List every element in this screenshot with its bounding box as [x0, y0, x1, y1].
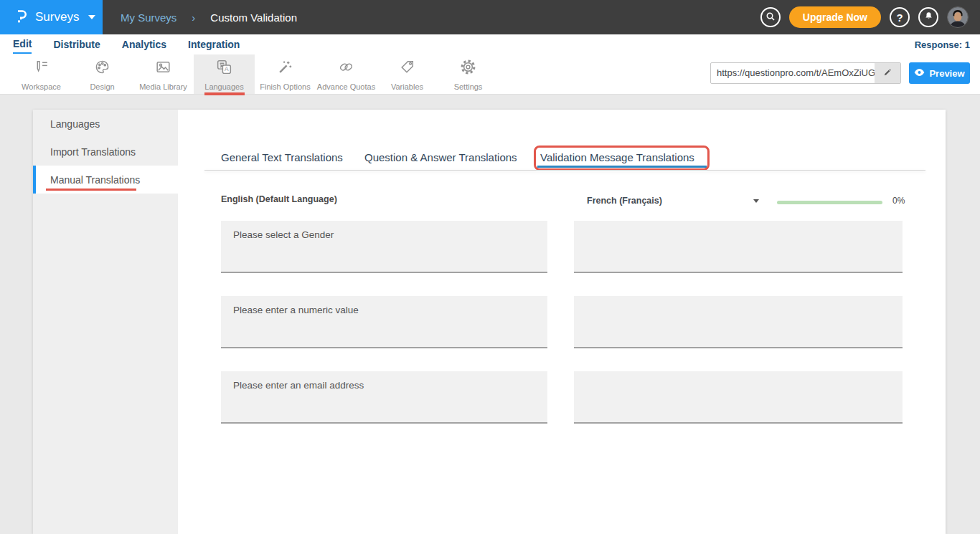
top-bar: Surveys My Surveys › Custom Validation U…: [0, 0, 980, 34]
target-text-input-row-3[interactable]: [574, 371, 903, 424]
variables-icon: [398, 58, 416, 79]
product-name: Surveys: [35, 10, 79, 24]
source-text-row-3: Please enter an email address: [221, 371, 547, 424]
notifications-button[interactable]: [918, 7, 938, 27]
nav-tab-edit[interactable]: Edit: [13, 35, 32, 54]
toolbar-item-variables[interactable]: Variables: [377, 54, 438, 94]
search-icon: [765, 11, 776, 24]
target-text-input-row-2[interactable]: [574, 296, 903, 348]
help-icon: ?: [896, 11, 903, 24]
languages-sidebar: Languages Import Translations Manual Tra…: [33, 110, 178, 534]
toolbar-label: Languages: [204, 82, 243, 91]
toolbar-item-advance-quotas[interactable]: Advance Quotas: [316, 54, 377, 94]
top-bar-actions: Upgrade Now ?: [760, 6, 980, 28]
toolbar-item-media-library[interactable]: Media Library: [133, 54, 194, 94]
breadcrumb-my-surveys[interactable]: My Surveys: [121, 11, 176, 24]
breadcrumb: My Surveys › Custom Validation: [121, 11, 297, 24]
tab-general-text-translations[interactable]: General Text Translations: [221, 151, 343, 163]
product-switcher[interactable]: Surveys: [0, 0, 103, 34]
edit-url-button[interactable]: [875, 63, 900, 83]
target-text-input-row-1[interactable]: [574, 221, 903, 273]
tab-validation-message-translations[interactable]: Validation Message Translations: [540, 151, 694, 163]
toolbar-item-languages[interactable]: A Languages: [194, 54, 255, 94]
edit-toolbar: Workspace Design Media Library A Languag…: [0, 54, 980, 95]
chevron-down-icon: [753, 199, 759, 203]
sidebar-item-manual-translations[interactable]: Manual Translations: [33, 166, 178, 194]
toolbar-item-finish-options[interactable]: Finish Options: [255, 54, 316, 94]
source-language-header: English (Default Language): [221, 194, 337, 204]
nav-tab-integration[interactable]: Integration: [188, 36, 240, 53]
upgrade-now-button[interactable]: Upgrade Now: [789, 6, 881, 28]
preview-button[interactable]: Preview: [909, 62, 970, 84]
help-button[interactable]: ?: [890, 7, 910, 27]
toolbar-label: Variables: [391, 82, 423, 91]
eye-icon: [914, 68, 925, 79]
toolbar-label: Media Library: [139, 82, 187, 91]
bell-icon: [923, 11, 934, 24]
tab-question-answer-translations[interactable]: Question & Answer Translations: [364, 151, 517, 163]
survey-nav: Edit Distribute Analytics Integration Re…: [0, 34, 980, 54]
toolbar-item-design[interactable]: Design: [72, 54, 133, 94]
target-language-value: French (Français): [587, 196, 662, 206]
media-library-icon: [154, 58, 172, 79]
sidebar-item-import-translations[interactable]: Import Translations: [33, 138, 178, 166]
questionpro-logo: [14, 8, 29, 27]
survey-url-field: https://questionpro.com/t/AEmOxZiUGC: [710, 62, 901, 84]
sidebar-item-languages[interactable]: Languages: [33, 110, 178, 138]
tabs-divider: [204, 170, 925, 171]
preview-label: Preview: [929, 68, 964, 79]
languages-icon: A: [215, 58, 233, 79]
pencil-icon: [882, 67, 893, 80]
design-icon: [93, 58, 111, 79]
avatar[interactable]: [947, 6, 969, 28]
manual-translations-main: General Text Translations Question & Ans…: [178, 110, 946, 534]
advance-quotas-icon: [337, 58, 355, 79]
translation-progress-bar: [777, 201, 882, 204]
breadcrumb-separator: ›: [192, 11, 195, 24]
chevron-down-icon: [88, 15, 95, 19]
toolbar-label: Settings: [454, 82, 483, 91]
annotation-underline: [46, 189, 136, 191]
nav-tab-analytics[interactable]: Analytics: [122, 36, 166, 53]
toolbar-label: Workspace: [22, 82, 61, 91]
toolbar-item-settings[interactable]: Settings: [438, 54, 499, 94]
breadcrumb-current-survey: Custom Validation: [210, 11, 297, 24]
source-text-row-1: Please select a Gender: [221, 221, 547, 273]
svg-text:A: A: [225, 65, 229, 72]
sidebar-item-label: Manual Translations: [50, 174, 140, 186]
toolbar-label: Finish Options: [260, 82, 310, 91]
toolbar-label: Design: [90, 82, 114, 91]
annotation-underline: [204, 92, 245, 95]
translation-progress-percent: 0%: [892, 196, 905, 206]
source-text-row-2: Please enter a numeric value: [221, 296, 547, 348]
workspace-icon: [32, 58, 50, 79]
search-button[interactable]: [760, 7, 781, 27]
toolbar-label: Advance Quotas: [317, 82, 375, 91]
active-tab-indicator: [537, 166, 707, 168]
survey-url-value[interactable]: https://questionpro.com/t/AEmOxZiUGC: [711, 63, 875, 83]
response-count[interactable]: Response: 1: [915, 39, 980, 50]
target-language-dropdown[interactable]: French (Français): [587, 196, 759, 206]
finish-options-icon: [276, 58, 294, 79]
settings-icon: [459, 58, 477, 79]
nav-tab-distribute[interactable]: Distribute: [53, 36, 100, 53]
toolbar-item-workspace[interactable]: Workspace: [11, 54, 72, 94]
languages-panel: Languages Import Translations Manual Tra…: [33, 110, 946, 534]
